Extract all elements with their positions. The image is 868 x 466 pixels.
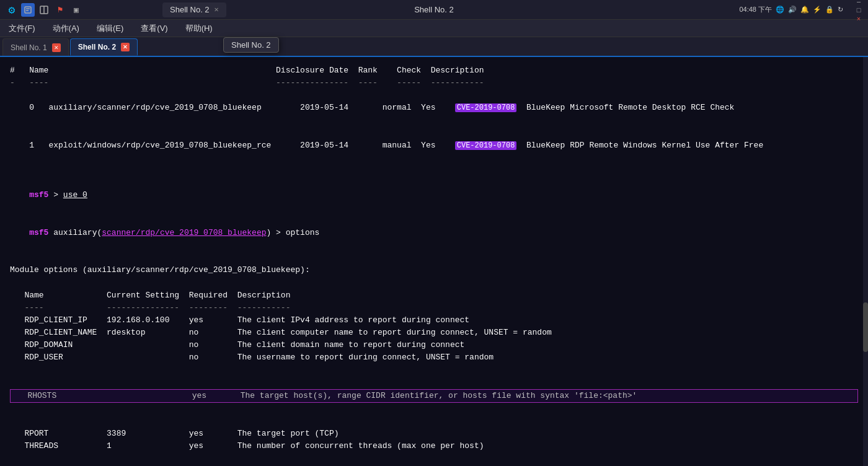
opt-rdp-user: RDP_USER no The username to report durin…: [10, 351, 858, 364]
opt-threads: THREADS 1 yes The number of concurrent t…: [10, 440, 858, 452]
opt-rdp-client-ip: RDP_CLIENT_IP 192.168.0.100 yes The clie…: [10, 314, 858, 327]
sys-icon-reload: ↻: [838, 6, 843, 14]
result-row-1: 1 exploit/windows/rdp/cve_2019_0708_blue…: [10, 127, 858, 164]
menu-bar: 文件(F) 动作(A) 编辑(E) 查看(V) 帮助(H): [0, 20, 868, 37]
menu-action[interactable]: 动作(A): [49, 22, 83, 35]
clock: 04:48 下午: [739, 5, 772, 14]
results-sep: - ---- --------------- ---- ----- ------…: [10, 77, 858, 89]
title-bar-icons: ⚙ ⚑ ▣: [5, 3, 83, 17]
cve-badge-0: CVE-2019-0708: [455, 103, 517, 112]
scrollbar-track[interactable]: [863, 57, 868, 466]
sys-icon-net: 🌐: [776, 6, 784, 14]
window-title: Shell No. 2: [414, 5, 454, 14]
blank3: [10, 276, 858, 289]
svg-rect-0: [25, 7, 31, 13]
tab-shell1[interactable]: Shell No. 1 ✕: [2, 38, 69, 56]
cmd-use0: msf5 > use 0: [10, 177, 858, 214]
terminal-wrapper: # Name Disclosure Date Rank Check Descri…: [0, 57, 868, 466]
opt-rport: RPORT 3389 yes The target port (TCP): [10, 428, 858, 440]
opt-rhosts: RHOSTS yes The target host(s), range CID…: [10, 364, 858, 428]
tab-tooltip: Shell No. 2: [223, 37, 279, 53]
tab-shell1-close[interactable]: ✕: [52, 43, 61, 52]
icon-terminal[interactable]: ▣: [69, 3, 83, 17]
tab-shell1-label: Shell No. 1: [11, 43, 47, 52]
tab-bar: Shell No. 1 ✕ Shell No. 2 ✕ Shell No. 2: [0, 37, 868, 57]
options-header: Name Current Setting Required Descriptio…: [10, 289, 858, 302]
win-minimize[interactable]: –: [854, 0, 863, 6]
terminal[interactable]: # Name Disclosure Date Rank Check Descri…: [0, 57, 868, 466]
title-bar: ⚙ ⚑ ▣ Shell No. 2 ✕ Shell No. 2 04:48 下午…: [0, 0, 868, 20]
icon-files[interactable]: [21, 3, 35, 17]
opt-rdp-client-name: RDP_CLIENT_NAME rdesktop no The client c…: [10, 327, 858, 339]
cmd-options: msf5 auxiliary(scanner/rdp/cve_2019_0708…: [10, 214, 858, 252]
app-icon[interactable]: ⚙: [5, 3, 19, 17]
cve-badge-1: CVE-2019-0708: [455, 141, 517, 150]
menu-file[interactable]: 文件(F): [5, 22, 39, 35]
opt-rdp-domain: RDP_DOMAIN no The client domain name to …: [10, 339, 858, 351]
icon-flag[interactable]: ⚑: [53, 3, 67, 17]
tab-close-x[interactable]: ✕: [215, 5, 219, 14]
title-bar-right: 04:48 下午 🌐 🔊 🔔 ⚡ 🔒 ↻ – □ ×: [739, 0, 863, 23]
options-sep: ---- --------------- -------- ----------…: [10, 302, 858, 314]
title-bar-left: ⚙ ⚑ ▣ Shell No. 2 ✕: [5, 2, 226, 17]
menu-view[interactable]: 查看(V): [137, 22, 171, 35]
sys-icon-vol: 🔊: [788, 6, 797, 14]
sys-icon-lock: 🔒: [825, 6, 834, 14]
menu-edit[interactable]: 编辑(E): [93, 22, 127, 35]
win-close[interactable]: ×: [854, 14, 863, 23]
blank2: [10, 252, 858, 264]
blank1: [10, 164, 858, 177]
win-maximize[interactable]: □: [854, 6, 863, 14]
scrollbar-thumb[interactable]: [863, 302, 868, 352]
tab-shell2-close[interactable]: ✕: [121, 43, 130, 51]
menu-help[interactable]: 帮助(H): [182, 22, 216, 35]
result-row-0: 0 auxiliary/scanner/rdp/cve_2019_0708_bl…: [10, 89, 858, 126]
rhosts-row: RHOSTS yes The target host(s), range CID…: [10, 389, 858, 403]
module-options-title: Module options (auxiliary/scanner/rdp/cv…: [10, 264, 858, 276]
tab-shell2-label: Shell No. 2: [78, 43, 116, 51]
icon-layout[interactable]: [37, 3, 51, 17]
tab-shell2[interactable]: Shell No. 2 ✕: [70, 38, 138, 56]
results-header: # Name Disclosure Date Rank Check Descri…: [10, 64, 858, 77]
blank4: [10, 452, 858, 465]
sys-icon-bell: 🔔: [800, 6, 809, 14]
tab-shell2-title: Shell No. 2: [170, 5, 210, 14]
sys-icon-bat: ⚡: [813, 6, 822, 14]
